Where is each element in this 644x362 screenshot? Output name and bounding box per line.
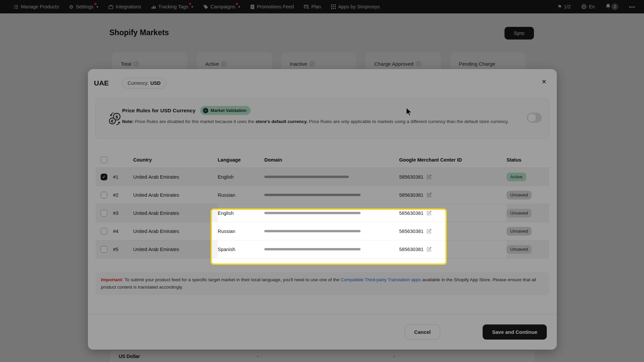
status-badge: Active [506, 173, 526, 181]
row-checkbox[interactable] [101, 228, 107, 235]
redacted-domain-bar [264, 212, 361, 214]
edit-icon[interactable] [426, 192, 432, 198]
table-row: ✓ #1 United Arab Emirates English 585630… [96, 168, 549, 186]
status-badge: Unsaved [506, 227, 532, 236]
markets-table: Country Language Domain Google Merchant … [96, 152, 549, 258]
mouse-cursor [405, 107, 413, 118]
market-validation-label: Market Validation [211, 108, 247, 113]
currency-chip: Currency: USD [122, 78, 166, 88]
redacted-domain-bar [264, 194, 361, 196]
edit-icon[interactable] [426, 228, 432, 234]
row-language: English [218, 204, 264, 222]
table-row: #2 United Arab Emirates Russian 58563038… [96, 186, 549, 204]
row-number: #4 [113, 222, 133, 240]
select-all-checkbox[interactable] [101, 157, 107, 163]
toggle-knob [528, 114, 536, 121]
market-detail-modal: UAE Currency: USD ✕ $ € Price R [88, 69, 557, 350]
row-checkbox[interactable] [101, 246, 107, 253]
row-number: #3 [113, 204, 133, 222]
row-checkbox[interactable] [101, 210, 107, 217]
important-note: Important: To submit your product feed f… [96, 272, 549, 295]
currency-chip-label: Currency: [127, 80, 149, 86]
modal-title: UAE [94, 79, 109, 87]
row-checkbox[interactable]: ✓ [101, 174, 107, 180]
save-and-continue-button[interactable]: Save and Continue [483, 324, 547, 340]
row-country: United Arab Emirates [133, 186, 218, 204]
col-status: Status [506, 152, 549, 168]
price-rules-section: $ € Price Rules for USD Currency ✓ Marke… [96, 99, 549, 139]
col-country: Country [133, 152, 218, 168]
row-country: United Arab Emirates [133, 222, 218, 240]
gmc-id: 585630381 [399, 192, 424, 198]
translation-apps-link[interactable]: Compatible Third-party Translation apps [340, 277, 421, 282]
close-icon[interactable]: ✕ [539, 77, 549, 86]
price-rules-toggle[interactable] [527, 113, 542, 123]
cancel-button[interactable]: Cancel [405, 324, 440, 340]
edit-icon[interactable] [426, 174, 432, 180]
status-badge: Unsaved [506, 245, 532, 254]
col-domain: Domain [264, 152, 399, 168]
gmc-id: 585630381 [399, 229, 424, 234]
redacted-domain-bar [264, 248, 361, 250]
redacted-domain-bar [264, 176, 349, 178]
row-country: United Arab Emirates [133, 204, 218, 222]
col-gmc-id: Google Merchant Center ID [399, 152, 506, 168]
svg-text:€: € [111, 119, 114, 124]
edit-icon[interactable] [426, 246, 432, 252]
row-language: Russian [218, 222, 264, 240]
row-checkbox[interactable] [101, 192, 107, 198]
gmc-id: 585630381 [399, 247, 424, 252]
currency-exchange-icon: $ € [108, 112, 122, 128]
check-icon: ✓ [203, 108, 208, 113]
important-label: Important: [101, 277, 123, 282]
currency-chip-value: USD [150, 80, 161, 86]
table-row: #3 United Arab Emirates English 58563038… [96, 204, 549, 222]
modal-footer: Cancel Save and Continue [88, 314, 557, 350]
price-rules-title: Price Rules for USD Currency [122, 108, 196, 114]
row-number: #2 [113, 186, 133, 204]
screen: Manage Products ⚙ Settings ▾ Integration… [0, 0, 644, 362]
modal-header: UAE Currency: USD ✕ [88, 69, 557, 88]
table-row: #5 United Arab Emirates Spanish 58563038… [96, 240, 549, 258]
redacted-domain-bar [264, 230, 361, 232]
row-language: Russian [218, 186, 264, 204]
row-language: Spanish [218, 240, 264, 258]
price-rules-note: Note: Price Rules are disabled for this … [122, 118, 515, 125]
row-number: #1 [113, 168, 133, 186]
table-header-row: Country Language Domain Google Merchant … [96, 152, 549, 168]
row-country: United Arab Emirates [133, 168, 218, 186]
edit-icon[interactable] [426, 210, 432, 216]
market-validation-badge: ✓ Market Validation [200, 106, 251, 115]
status-badge: Unsaved [506, 209, 532, 218]
row-number: #5 [113, 240, 133, 258]
note-label: Note: [122, 119, 134, 124]
col-language: Language [218, 152, 264, 168]
status-badge: Unsaved [506, 191, 532, 199]
gmc-id: 585630381 [399, 210, 424, 216]
row-language: English [218, 168, 264, 186]
table-row: #4 United Arab Emirates Russian 58563038… [96, 222, 549, 240]
svg-text:$: $ [115, 114, 118, 119]
row-country: United Arab Emirates [133, 240, 218, 258]
gmc-id: 585630381 [399, 174, 424, 180]
